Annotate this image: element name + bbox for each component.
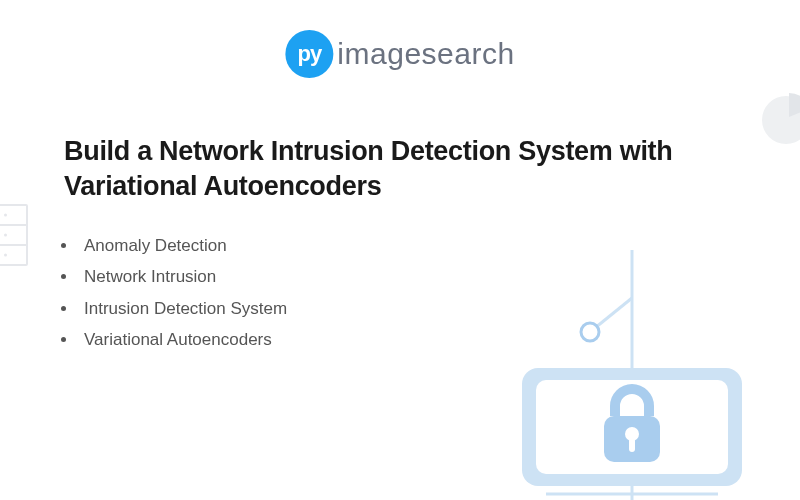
brand-logo: py imagesearch <box>285 30 514 78</box>
list-item-label: Anomaly Detection <box>84 236 227 255</box>
list-item-label: Network Intrusion <box>84 267 216 286</box>
logo-badge-text: py <box>298 41 322 67</box>
server-rack-icon <box>0 204 28 266</box>
svg-point-2 <box>581 323 599 341</box>
list-item: Anomaly Detection <box>78 230 287 261</box>
list-item: Intrusion Detection System <box>78 293 287 324</box>
pie-chart-icon <box>758 92 800 148</box>
list-item-label: Variational Autoencoders <box>84 330 272 349</box>
logo-badge: py <box>285 30 333 78</box>
lock-monitor-illustration <box>460 250 770 500</box>
slide: py imagesearch Build a Network Intrusion… <box>0 0 800 500</box>
list-item: Network Intrusion <box>78 261 287 292</box>
list-item: Variational Autoencoders <box>78 324 287 355</box>
page-title: Build a Network Intrusion Detection Syst… <box>64 134 704 204</box>
topic-list: Anomaly Detection Network Intrusion Intr… <box>78 230 287 356</box>
list-item-label: Intrusion Detection System <box>84 299 287 318</box>
logo-wordmark: imagesearch <box>337 37 514 71</box>
svg-rect-9 <box>629 438 635 452</box>
